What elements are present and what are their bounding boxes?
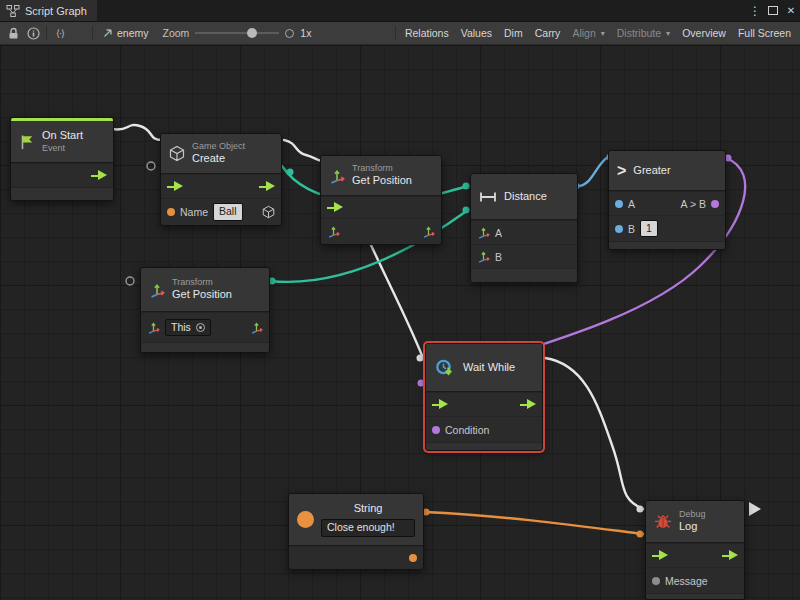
node-title: Distance [504,190,547,204]
node-title: String [354,502,383,516]
graph-breadcrumb[interactable]: enemy [96,22,155,44]
node-distance[interactable]: Distance A B [470,173,578,283]
lock-icon[interactable] [3,22,23,44]
transform-icon [329,168,345,184]
breadcrumb-arrow-icon [102,27,114,39]
wire-waitwhile-to-log [545,358,643,509]
flow-in-port[interactable] [432,399,448,410]
carry-button[interactable]: Carry [529,22,567,44]
values-button[interactable]: Values [455,22,498,44]
node-on-start-event[interactable]: On Start Event [10,117,114,201]
node-wait-while[interactable]: Wait While Condition [425,343,543,451]
distance-icon [479,191,497,203]
distribute-button[interactable]: Distribute [611,22,676,44]
node-footer [426,442,542,450]
position-out-port-icon[interactable] [422,225,435,238]
wire-onstart-to-create [112,125,162,140]
script-graph-window: Script Graph ⟨⋅⟩ enemy Zoom [0,0,800,600]
flow-out-port[interactable] [520,399,536,410]
align-button[interactable]: Align [566,22,610,44]
graph-canvas[interactable]: On Start Event Game Object Create [0,45,800,600]
string-value-field[interactable]: Close enough! [321,519,415,537]
graph-name: enemy [117,27,149,39]
zoom-slider-handle[interactable] [247,28,257,38]
name-port-label: Name [180,206,208,218]
input-b-label: B [495,251,502,263]
transform-in-port-icon[interactable] [147,321,160,334]
result-port-dot[interactable] [711,200,719,208]
code-icon[interactable]: ⟨⋅⟩ [50,22,70,44]
graph-toolbar: ⟨⋅⟩ enemy Zoom 1x Relations Values Dim C… [0,22,800,45]
vector-a-port-icon[interactable] [477,226,490,239]
close-icon[interactable] [782,0,800,21]
condition-port-dot[interactable] [432,426,440,434]
port-dot-white[interactable] [417,355,424,362]
node-header: String Close enough! [289,494,423,546]
name-port-dot[interactable] [167,208,175,216]
toolbar-separator [46,26,47,40]
node-get-position-top[interactable]: Transform Get Position [320,155,442,245]
flow-out-port[interactable] [722,550,738,561]
unconnected-port-ring[interactable] [126,277,134,285]
flow-in-port[interactable] [167,181,183,192]
node-title: Wait While [463,361,515,375]
node-category: Transform [172,277,232,288]
name-value-field[interactable]: Ball [213,203,243,221]
port-dot-teal[interactable] [287,169,294,176]
flow-out-port[interactable] [259,181,275,192]
vector-b-port-icon[interactable] [477,250,490,263]
flow-out-port[interactable] [91,170,107,181]
overview-button[interactable]: Overview [676,22,732,44]
script-graph-tab[interactable]: Script Graph [0,0,97,21]
unconnected-port-ring[interactable] [147,162,155,170]
object-picker-icon[interactable] [196,323,205,332]
zoom-slider[interactable] [195,27,279,39]
flow-in-port[interactable] [652,550,668,561]
maximize-icon[interactable] [764,0,782,21]
b-value-field[interactable]: 1 [640,220,658,238]
wait-while-clock-icon [434,358,456,378]
carry-triangle-icon[interactable] [749,502,761,516]
flow-in-port[interactable] [327,202,343,213]
bug-icon [654,514,672,529]
zoom-control: Zoom 1x [163,27,312,39]
titlebar: Script Graph [0,0,800,22]
node-header: Distance [471,174,577,220]
node-title: Get Position [352,174,412,188]
message-label: Message [665,575,708,587]
node-title: Greater [633,164,670,178]
node-game-object-create[interactable]: Game Object Create Name Ball [160,133,282,226]
port-dot-white[interactable] [637,506,644,513]
target-value: This [171,321,191,335]
node-header: Game Object Create [161,134,281,174]
target-field[interactable]: This [165,319,211,337]
string-out-port-dot[interactable] [409,554,417,562]
full-screen-button[interactable]: Full Screen [732,22,797,44]
a-port-dot[interactable] [615,200,623,208]
node-debug-log[interactable]: Debug Log Message [645,500,745,600]
port-dot-orange[interactable] [637,531,644,538]
node-category: Game Object [192,141,245,152]
node-footer [609,241,725,249]
relations-button[interactable]: Relations [399,22,455,44]
port-dot-purple[interactable] [418,380,425,387]
node-get-position-bottom[interactable]: Transform Get Position This [140,267,270,353]
condition-label: Condition [445,424,489,436]
node-string[interactable]: String Close enough! [288,493,424,570]
node-greater[interactable]: > Greater A A > B B 1 [608,150,726,250]
dim-button[interactable]: Dim [498,22,529,44]
window-menu-icon[interactable] [746,0,764,21]
input-b-label: B [628,223,635,235]
node-header: On Start Event [11,121,113,163]
zoom-value: 1x [300,27,311,39]
port-dot-teal[interactable] [463,183,470,190]
node-header: Transform Get Position [141,268,269,312]
info-icon[interactable] [23,22,43,44]
transform-in-port-icon[interactable] [327,225,340,238]
message-port-dot[interactable] [652,577,660,585]
port-dot-teal[interactable] [463,207,470,214]
b-port-dot[interactable] [615,225,623,233]
game-object-out-port-icon[interactable] [262,205,275,219]
zoom-indicator-icon [285,29,294,38]
position-out-port-icon[interactable] [250,321,263,334]
